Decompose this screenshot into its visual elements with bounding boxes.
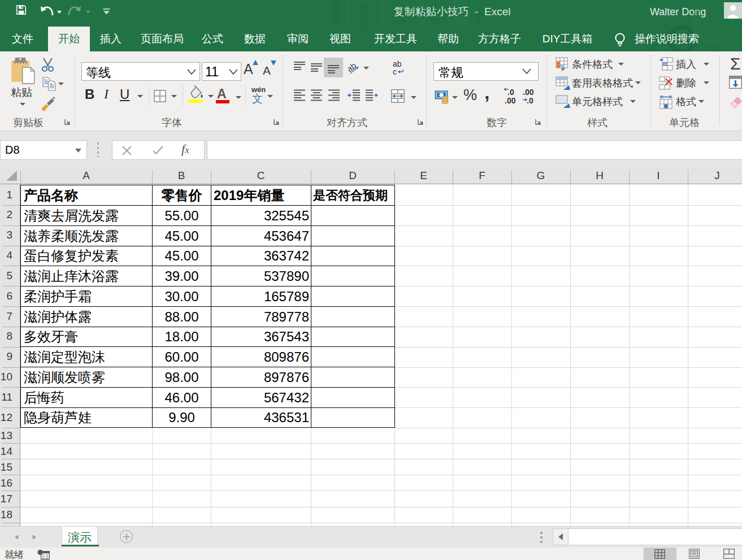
- svg-text:≠: ≠: [561, 66, 565, 72]
- svg-text:.00: .00: [523, 88, 534, 97]
- svg-text:.0: .0: [527, 96, 533, 105]
- svg-text:.00: .00: [505, 96, 516, 105]
- svg-text:c: c: [393, 67, 397, 76]
